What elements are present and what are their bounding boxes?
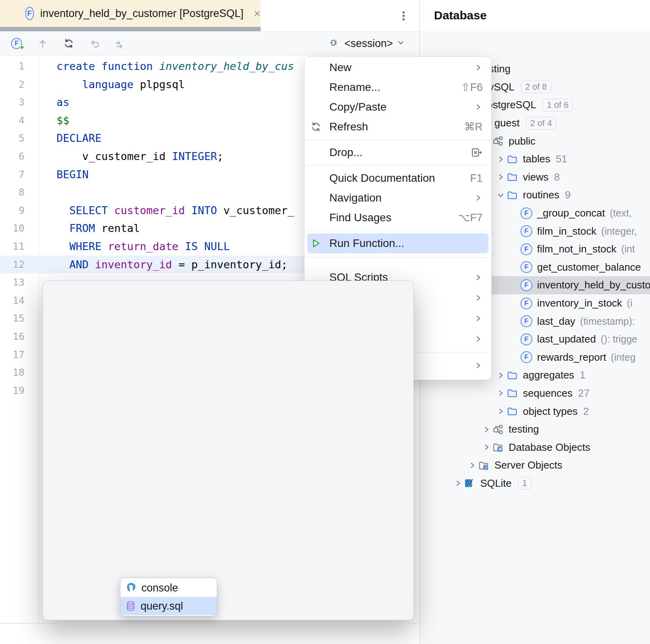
chevron-collapsed-icon[interactable] <box>482 425 491 434</box>
tree-item-sequences[interactable]: sequences27 <box>420 384 650 403</box>
menu-item-new[interactable]: New <box>304 58 491 77</box>
chevron-collapsed-icon[interactable] <box>496 389 505 397</box>
chevron-collapsed-icon[interactable] <box>453 479 463 488</box>
menu-shortcut: ⌘R <box>464 121 483 133</box>
refresh-button[interactable] <box>62 36 76 51</box>
menu-item-label: Drop... <box>329 146 363 159</box>
item-count: 27 <box>578 387 590 399</box>
line-number: 18 <box>0 363 24 382</box>
schema-icon <box>492 424 503 435</box>
line-number: 1 <box>0 57 24 75</box>
chevron-collapsed-icon[interactable] <box>496 155 505 164</box>
code-text: BEGIN <box>39 166 88 184</box>
submenu-chevron-icon <box>474 335 483 343</box>
undo-button[interactable] <box>88 36 102 51</box>
tree-item-label: Server Objects <box>494 459 562 471</box>
tree-item-label: object types <box>523 405 578 418</box>
upload-button[interactable] <box>36 36 50 51</box>
tree-item-object-types[interactable]: object types2 <box>420 402 650 420</box>
sqlite-icon <box>464 478 475 489</box>
line-number: 8 <box>0 183 24 201</box>
folder-icon <box>507 388 518 399</box>
dropdown-item-console[interactable]: console <box>120 579 217 597</box>
scope-badge: 1 of 6 <box>543 99 573 111</box>
refresh-icon <box>309 121 323 133</box>
tree-item-sqlite[interactable]: SQLite1 <box>420 475 650 493</box>
gutter <box>24 129 39 147</box>
gutter <box>24 382 39 400</box>
item-count: 1 <box>580 369 585 381</box>
postgres-icon <box>125 582 137 594</box>
gutter <box>24 363 39 382</box>
chevron-down-icon <box>396 38 405 47</box>
menu-separator <box>305 230 491 231</box>
menu-item-rename[interactable]: Rename...⇧F6 <box>304 77 491 97</box>
submenu-chevron-icon <box>474 103 483 111</box>
menu-item-refresh[interactable]: Refresh⌘R <box>304 117 491 137</box>
chevron-collapsed-icon[interactable] <box>496 371 505 380</box>
drop-icon <box>471 147 483 158</box>
gutter <box>24 237 39 256</box>
tree-item-server-objects[interactable]: Server Objects <box>420 456 650 475</box>
menu-item-copy-paste[interactable]: Copy/Paste <box>304 97 491 117</box>
function-icon: F <box>520 225 532 237</box>
upload-icon <box>37 38 49 49</box>
gutter <box>24 292 39 310</box>
menu-item-find-usages[interactable]: Find Usages⌥F7 <box>304 208 491 228</box>
function-icon: F <box>25 7 34 20</box>
submenu-chevron-icon <box>474 194 483 202</box>
db-file-icon <box>125 601 136 612</box>
folder-db-icon <box>492 442 503 453</box>
menu-item-quick-documentation[interactable]: Quick DocumentationF1 <box>304 168 491 188</box>
routine-signature: (): trigge <box>601 333 637 345</box>
ide-window: F inventory_held_by_customer [PostgreSQL… <box>0 0 650 644</box>
menu-item-label: Refresh <box>329 121 368 133</box>
execute-function-button[interactable]: F <box>9 36 24 51</box>
jump-button[interactable] <box>114 36 128 51</box>
schema-icon <box>492 136 503 147</box>
active-tab-indicator <box>0 27 261 31</box>
session-selector[interactable]: <session> <box>329 32 405 55</box>
routine-signature: (integer, <box>601 226 637 237</box>
chevron-expanded-icon[interactable] <box>496 191 505 200</box>
database-panel-header: Database <box>420 0 650 31</box>
refresh-icon <box>310 121 322 133</box>
execute-routine-dialog <box>43 281 414 620</box>
menu-shortcut: ⌥F7 <box>458 211 483 224</box>
code-text: as <box>39 93 70 111</box>
editor-tab[interactable]: F inventory_held_by_customer [PostgreSQL… <box>0 0 261 27</box>
chevron-collapsed-icon[interactable] <box>496 407 505 416</box>
menu-shortcut: ⇧F6 <box>461 81 483 94</box>
tab-title: inventory_held_by_customer [PostgreSQL] <box>40 8 244 20</box>
gutter <box>24 183 39 201</box>
chevron-collapsed-icon[interactable] <box>482 443 491 452</box>
gutter <box>24 309 39 328</box>
submenu-chevron-icon <box>474 294 483 302</box>
chevron-collapsed-icon[interactable] <box>496 173 505 181</box>
tree-item-testing[interactable]: testing <box>420 420 650 439</box>
gutter <box>24 166 39 184</box>
code-text: v_customer_id INTEGER; <box>39 147 224 166</box>
menu-item-drop[interactable]: Drop... <box>304 143 491 162</box>
menu-item-label: Navigation <box>329 192 381 204</box>
menu-separator <box>305 139 491 140</box>
line-number: 17 <box>0 346 24 364</box>
dropdown-item-query-sql[interactable]: query.sql <box>120 597 217 615</box>
run-from-dropdown: consolequery.sql <box>120 578 217 616</box>
scope-badge: 2 of 4 <box>526 117 556 130</box>
tree-item-label: views <box>523 171 549 183</box>
tree-item-label: testing <box>509 423 539 435</box>
gutter <box>24 93 39 111</box>
menu-item-run-function[interactable]: Run Function... <box>307 233 488 253</box>
code-text: AND inventory_id = p_inventory_id; <box>39 256 287 274</box>
submenu-chevron-icon <box>474 314 483 323</box>
menu-item-navigation[interactable]: Navigation <box>304 188 491 208</box>
tree-item-label: SQLite <box>480 477 512 490</box>
close-icon[interactable]: × <box>254 8 261 19</box>
chevron-collapsed-icon[interactable] <box>468 461 477 470</box>
tree-item-database-objects[interactable]: Database Objects <box>420 438 650 456</box>
menu-item-label: Copy/Paste <box>329 101 387 113</box>
tab-options-kebab-icon[interactable] <box>397 7 410 24</box>
tree-item-label: Database Objects <box>509 441 590 454</box>
gutter <box>24 219 39 237</box>
